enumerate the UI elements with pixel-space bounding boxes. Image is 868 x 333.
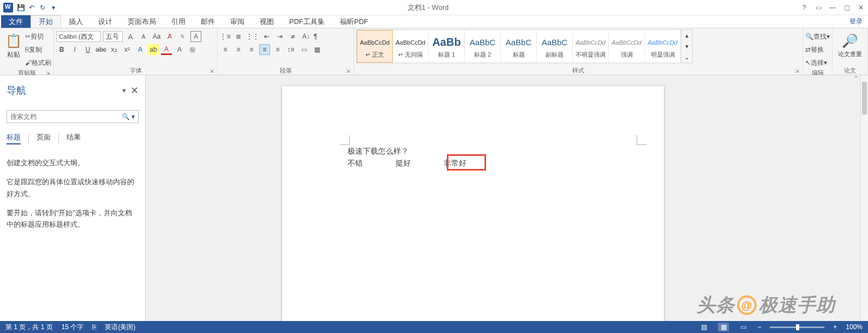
char-shading-button[interactable]: A [174,44,185,55]
tab-review[interactable]: 审阅 [223,15,252,28]
scrollbar-thumb[interactable] [862,82,867,114]
highlight-button[interactable]: ab [148,44,159,55]
style-item-3[interactable]: AaBbC标题 2 [465,30,501,63]
view-print-layout[interactable]: ▦ [718,323,729,331]
tab-home[interactable]: 开始 [31,15,61,28]
vertical-scrollbar[interactable] [860,75,868,321]
nav-dropdown-icon[interactable]: ▼ [121,87,127,94]
shrink-font-button[interactable]: A [138,31,149,42]
tab-foxit[interactable]: 福昕PDF [332,15,376,28]
shading-button[interactable]: ▭ [298,44,309,55]
tab-view[interactable]: 视图 [252,15,282,28]
style-item-4[interactable]: AaBbC标题 [501,30,537,63]
nav-search-input[interactable] [10,113,122,120]
tab-design[interactable]: 设计 [91,15,120,28]
bold-button[interactable]: B [56,44,67,55]
enclose-char-button[interactable]: ㊙ [187,44,198,55]
copy-button[interactable]: ⎘ 复制 [25,44,42,55]
styles-scroll-up[interactable]: ▴ [681,30,692,41]
minimize-button[interactable]: — [825,2,840,13]
font-launcher[interactable]: ⇲ [208,68,215,75]
font-name-combo[interactable]: Calibri (西文 [56,31,101,42]
nav-search-box[interactable]: 🔍 ▾ [7,110,139,123]
styles-scroll-down[interactable]: ▾ [681,41,692,52]
cut-button[interactable]: ✂ 剪切 [25,31,44,42]
zoom-slider-handle[interactable] [796,324,799,330]
style-item-1[interactable]: AaBbCcDd↵ 无间隔 [393,30,429,63]
text-direction-button[interactable]: ≭ [288,31,298,42]
document-area[interactable]: ⌃ 极速下载怎么样？ 不错 挺好 非常好 [146,75,868,321]
search-icon[interactable]: 🔍 ▾ [122,113,135,120]
status-proofing-icon[interactable]: ⎘ [92,323,96,331]
close-button[interactable]: ✕ [854,2,868,13]
replace-button[interactable]: ⇄ 替换 [805,44,824,55]
subscript-button[interactable]: x₂ [109,44,119,55]
font-size-combo[interactable]: 五号 [103,31,123,42]
align-center-button[interactable]: ≡ [233,44,244,55]
status-page[interactable]: 第 1 页，共 1 页 [5,323,53,332]
tab-references[interactable]: 引用 [164,15,193,28]
justify-button[interactable]: ≡ [259,44,270,55]
font-color-button[interactable]: A [161,44,172,55]
qat-save[interactable]: 💾 [15,2,26,13]
ribbon-display-options[interactable]: ▭ [811,2,825,13]
change-case-button[interactable]: Aa [151,31,162,42]
decrease-indent-button[interactable]: ⇤ [261,31,272,42]
status-word-count[interactable]: 15 个字 [62,323,84,332]
superscript-button[interactable]: x² [122,44,133,55]
zoom-slider[interactable] [770,326,824,328]
view-read-mode[interactable]: ▤ [698,323,709,331]
show-marks-button[interactable]: ¶ [314,33,317,40]
tab-pdftools[interactable]: PDF工具集 [282,15,332,28]
text-effects-button[interactable]: A [135,44,146,55]
maximize-button[interactable]: ▢ [840,2,854,13]
collapse-ribbon-button[interactable]: ⌃ [854,75,858,81]
style-item-7[interactable]: AaBbCcDd强调 [609,30,645,63]
paste-button[interactable]: 📋 粘贴 [2,29,25,62]
style-item-2[interactable]: AaBb标题 1 [429,30,465,63]
borders-button[interactable]: ▦ [312,44,322,55]
zoom-out-button[interactable]: − [757,323,761,331]
help-button[interactable]: ? [797,2,811,13]
zoom-level[interactable]: 100% [846,323,863,331]
nav-tab-headings[interactable]: 标题 [7,133,21,144]
multilevel-button[interactable]: ⋮⋮ [246,31,259,42]
numbering-button[interactable]: ≣ [233,31,244,42]
align-left-button[interactable]: ≡ [220,44,231,55]
line-spacing-button[interactable]: ↕≡ [285,44,296,55]
style-item-0[interactable]: AaBbCcDd↵ 正文 [357,30,393,63]
tab-layout[interactable]: 页面布局 [120,15,164,28]
nav-tab-results[interactable]: 结果 [58,133,81,144]
styles-expand[interactable]: ⌄ [681,52,692,63]
align-right-button[interactable]: ≡ [246,44,257,55]
select-button[interactable]: ↖ 选择 ▾ [805,57,827,68]
nav-close-icon[interactable]: ✕ [130,84,139,96]
grow-font-button[interactable]: A [125,31,136,42]
qat-undo[interactable]: ↶ [26,2,37,13]
find-button[interactable]: 🔍 查找 ▾ [805,31,830,42]
nav-tab-pages[interactable]: 页面 [28,133,51,144]
document-page[interactable]: 极速下载怎么样？ 不错 挺好 非常好 [282,86,664,321]
status-language[interactable]: 英语(美国) [105,323,135,332]
style-item-8[interactable]: AaBbCcDd明显强调 [645,30,681,63]
styles-gallery[interactable]: AaBbCcDd↵ 正文AaBbCcDd↵ 无间隔AaBb标题 1AaBbC标题… [356,29,681,63]
sign-in-link[interactable]: 登录 [844,15,868,28]
phonetic-guide-button[interactable]: ⺀ [177,31,188,42]
char-border-button[interactable]: A [190,31,201,42]
zoom-in-button[interactable]: + [833,323,837,331]
clear-format-button[interactable]: A̸ [164,31,175,42]
qat-customize[interactable]: ▾ [48,2,59,13]
paper-check-button[interactable]: 🔎 论文查重 [835,29,865,60]
format-painter-button[interactable]: 🖌 格式刷 [25,57,51,68]
style-item-6[interactable]: AaBbCcDd不明显强调 [573,30,609,63]
styles-launcher[interactable]: ⇲ [794,68,800,75]
tab-file[interactable]: 文件 [1,15,31,28]
underline-button[interactable]: U [82,44,93,55]
style-item-5[interactable]: AaBbC副标题 [537,30,573,63]
sort-button[interactable]: A↓ [301,31,312,42]
strikethrough-button[interactable]: abc [95,44,106,55]
italic-button[interactable]: I [69,44,80,55]
tab-mailings[interactable]: 邮件 [193,15,223,28]
bullets-button[interactable]: ⋮≡ [220,31,231,42]
tab-insert[interactable]: 插入 [61,15,91,28]
